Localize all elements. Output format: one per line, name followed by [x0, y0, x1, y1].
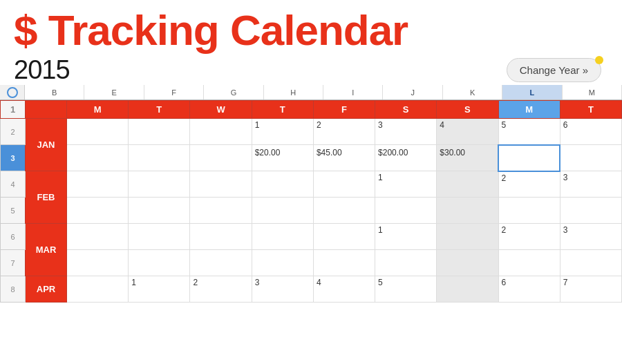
mar-day-1[interactable]: 1	[375, 224, 437, 250]
mar-tue[interactable]	[129, 224, 190, 250]
apr-day-2[interactable]: 2	[190, 276, 252, 303]
mar-mon[interactable]	[67, 224, 129, 250]
mar-day-2[interactable]: 2	[498, 224, 560, 250]
jan-r3-sat[interactable]: $200.00	[375, 145, 437, 171]
year-row: 2015 Change Year »	[14, 55, 608, 85]
apr-mon[interactable]	[67, 276, 129, 303]
change-year-button[interactable]: Change Year »	[507, 58, 601, 82]
row-num-5: 5	[1, 198, 26, 224]
day-header-M: M	[67, 101, 129, 119]
jan-row-3: 3 $20.00 $45.00 $200.00 $30.00	[1, 145, 622, 171]
jan-day-2[interactable]: 2	[313, 119, 375, 145]
mar-fri[interactable]	[313, 224, 375, 250]
row-num-2: 2	[1, 119, 26, 145]
day-header-empty	[26, 101, 67, 119]
mar-r7-1[interactable]	[67, 250, 129, 276]
corner-cell	[0, 85, 25, 99]
jan-r3-mon[interactable]	[67, 145, 129, 171]
feb-day-2[interactable]: 2	[498, 171, 560, 198]
col-header-L[interactable]: L	[502, 85, 562, 99]
jan-r3-fri[interactable]: $45.00	[313, 145, 375, 171]
jan-w1-mon[interactable]	[67, 119, 129, 145]
mar-r7-3[interactable]	[190, 250, 252, 276]
jan-day-5[interactable]: 5	[498, 119, 560, 145]
jan-w1-tue[interactable]	[129, 119, 190, 145]
apr-sat[interactable]	[437, 276, 498, 303]
col-header-M[interactable]: M	[563, 85, 622, 99]
jan-row-2: 2 JAN 1 2 3 4 5 6	[1, 119, 622, 145]
feb-r5-6[interactable]	[375, 198, 437, 224]
feb-r5-3[interactable]	[190, 198, 252, 224]
day-header-S2: S	[437, 101, 498, 119]
day-header-T: T	[129, 101, 190, 119]
apr-day-7[interactable]: 7	[560, 276, 621, 303]
mar-r7-6[interactable]	[375, 250, 437, 276]
jan-w1-wed[interactable]	[190, 119, 252, 145]
mar-day-3[interactable]: 3	[560, 224, 621, 250]
day-header-row: 1 M T W T F S S M T	[1, 101, 622, 119]
apr-day-1[interactable]: 1	[129, 276, 190, 303]
feb-day-1[interactable]: 1	[375, 171, 437, 198]
col-header-E[interactable]: E	[84, 85, 144, 99]
col-header-I[interactable]: I	[323, 85, 383, 99]
col-header-G[interactable]: G	[204, 85, 263, 99]
calendar-grid: 1 M T W T F S S M T 2 JAN 1 2 3 4 5 6	[0, 100, 622, 303]
day-header-T3: T	[560, 101, 621, 119]
apr-row-8: 8 APR 1 2 3 4 5 6 7	[1, 276, 622, 303]
jan-day-6[interactable]: 6	[560, 119, 621, 145]
feb-label: FEB	[26, 171, 67, 224]
apr-day-6[interactable]: 6	[498, 276, 560, 303]
jan-r3-mon2[interactable]	[498, 145, 560, 171]
mar-r7-5[interactable]	[313, 250, 375, 276]
jan-label: JAN	[26, 119, 67, 171]
col-header-J[interactable]: J	[383, 85, 442, 99]
jan-r3-tue2[interactable]	[560, 145, 621, 171]
jan-day-3[interactable]: 3	[375, 119, 437, 145]
circle-icon	[7, 87, 18, 98]
mar-row-7: 7	[1, 250, 622, 276]
app-header: $ Tracking Calendar 2015 Change Year »	[0, 0, 622, 85]
apr-day-4[interactable]: 4	[313, 276, 375, 303]
year-label: 2015	[14, 55, 70, 85]
jan-r3-thu[interactable]: $20.00	[252, 145, 313, 171]
feb-r5-2[interactable]	[129, 198, 190, 224]
feb-r5-7[interactable]	[437, 198, 498, 224]
feb-mon[interactable]	[67, 171, 129, 198]
feb-sat[interactable]	[437, 171, 498, 198]
col-header-B[interactable]: B	[25, 85, 84, 99]
jan-r3-sun[interactable]: $30.00	[437, 145, 498, 171]
feb-r5-4[interactable]	[252, 198, 313, 224]
mar-r7-2[interactable]	[129, 250, 190, 276]
mar-r7-8[interactable]	[498, 250, 560, 276]
day-header-W: W	[190, 101, 252, 119]
jan-r3-wed[interactable]	[190, 145, 252, 171]
feb-r5-1[interactable]	[67, 198, 129, 224]
jan-day-1[interactable]: 1	[252, 119, 313, 145]
feb-row-4: 4 FEB 1 2 3	[1, 171, 622, 198]
mar-label: MAR	[26, 224, 67, 276]
day-header-T2: T	[252, 101, 313, 119]
mar-wed[interactable]	[190, 224, 252, 250]
feb-tue[interactable]	[129, 171, 190, 198]
apr-day-5[interactable]: 5	[375, 276, 437, 303]
mar-sat[interactable]	[437, 224, 498, 250]
feb-thu[interactable]	[252, 171, 313, 198]
apr-day-3[interactable]: 3	[252, 276, 313, 303]
feb-fri[interactable]	[313, 171, 375, 198]
feb-wed[interactable]	[190, 171, 252, 198]
mar-thu[interactable]	[252, 224, 313, 250]
row-num-8: 8	[1, 276, 26, 303]
col-header-K[interactable]: K	[443, 85, 502, 99]
row-num-6: 6	[1, 224, 26, 250]
mar-r7-9[interactable]	[560, 250, 621, 276]
jan-r3-tue[interactable]	[129, 145, 190, 171]
feb-r5-5[interactable]	[313, 198, 375, 224]
col-header-F[interactable]: F	[144, 85, 204, 99]
mar-r7-4[interactable]	[252, 250, 313, 276]
col-header-H[interactable]: H	[264, 85, 323, 99]
feb-day-3[interactable]: 3	[560, 171, 621, 198]
feb-r5-9[interactable]	[560, 198, 621, 224]
jan-day-4[interactable]: 4	[437, 119, 498, 145]
feb-r5-8[interactable]	[498, 198, 560, 224]
mar-r7-7[interactable]	[437, 250, 498, 276]
